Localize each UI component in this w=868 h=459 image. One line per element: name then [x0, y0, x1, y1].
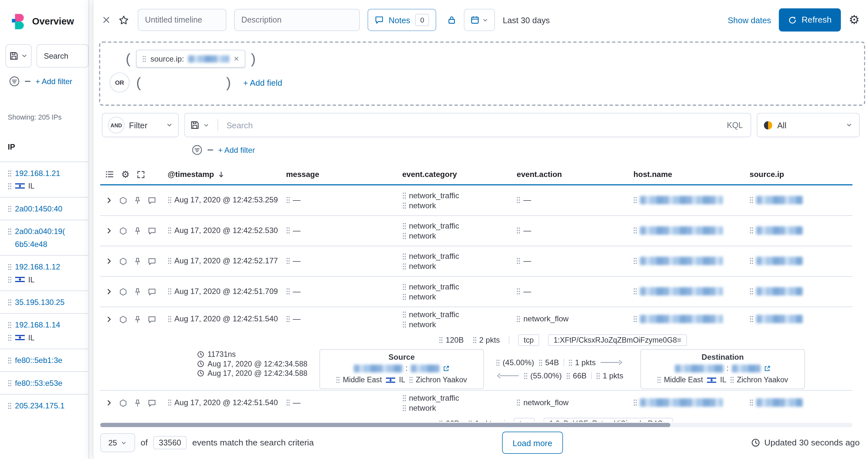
column-header-event-action[interactable]: event.action [517, 170, 633, 178]
timeline-description-input[interactable] [234, 9, 360, 31]
message-value[interactable]: — [286, 398, 301, 407]
add-filter-link[interactable]: + Add filter [35, 77, 72, 86]
notes-button[interactable]: Notes 0 [368, 9, 436, 31]
inbound-packets[interactable]: 1 pkts [596, 371, 624, 380]
city-value[interactable]: Zichron Yaakov [409, 376, 467, 384]
expand-event-icon[interactable] [105, 316, 113, 323]
message-value[interactable]: — [286, 226, 301, 235]
source-ip-value[interactable] [750, 196, 803, 204]
drag-handle-icon[interactable] [142, 55, 146, 62]
timestamp-value[interactable]: Aug 17, 2020 @ 12:42:51.709 [168, 287, 278, 296]
save-query-icon[interactable] [191, 121, 199, 129]
event-source-dropdown[interactable]: All [757, 113, 860, 137]
drag-handle-icon[interactable] [8, 334, 11, 341]
expand-event-icon[interactable] [105, 227, 113, 235]
drag-handle-icon[interactable] [8, 263, 11, 270]
host-name-value[interactable] [633, 226, 723, 234]
outbound-packets[interactable]: 1 pkts [568, 358, 596, 367]
flow-packets-value[interactable]: 2 pkts [473, 335, 500, 344]
drag-handle-icon[interactable] [8, 380, 11, 387]
refresh-button[interactable]: Refresh [779, 8, 841, 32]
query-filter-chip[interactable]: source.ip: [136, 50, 245, 68]
pin-event-icon[interactable] [133, 227, 142, 235]
column-header-event-category[interactable]: event.category [402, 170, 517, 178]
ip-link[interactable]: 192.168.1.12 [15, 262, 60, 271]
show-dates-button[interactable]: Show dates [728, 15, 771, 25]
protocol-badge[interactable]: tcp [514, 418, 535, 422]
message-value[interactable]: — [286, 195, 301, 204]
event-row[interactable]: Aug 17, 2020 @ 12:42:52.177 — network_tr… [100, 246, 852, 276]
event-action-value[interactable]: — [517, 226, 531, 235]
drag-handle-icon[interactable] [8, 228, 11, 235]
search-input[interactable]: Search [36, 44, 88, 67]
ip-link[interactable]: fe80::53:e53e [15, 379, 62, 387]
ip-column-header[interactable]: IP [0, 142, 89, 151]
outbound-bytes[interactable]: 54B [538, 358, 559, 367]
source-ip-value[interactable] [750, 226, 803, 234]
chevron-down-icon[interactable] [203, 122, 209, 128]
expand-event-icon[interactable] [105, 288, 113, 296]
date-range-value[interactable]: Last 30 days [503, 15, 550, 25]
host-name-value[interactable] [633, 315, 723, 323]
remove-filter-icon[interactable] [234, 56, 239, 61]
add-note-icon[interactable] [148, 196, 156, 205]
drag-handle-icon[interactable] [8, 276, 11, 283]
external-link-icon[interactable] [443, 365, 450, 372]
source-ip-value[interactable] [750, 287, 803, 295]
event-action-value[interactable]: — [517, 195, 531, 204]
column-header-message[interactable]: message [286, 170, 402, 178]
protocol-badge[interactable]: tcp [518, 334, 539, 346]
data-provider-operator-dropdown[interactable]: AND Filter [102, 113, 179, 137]
host-name-value[interactable] [633, 398, 723, 406]
column-header-host-name[interactable]: host.name [633, 170, 750, 178]
expand-event-icon[interactable] [105, 196, 113, 204]
flow-packets-value[interactable]: 1 pkts [468, 419, 496, 422]
event-category-value[interactable]: network [402, 201, 517, 209]
timestamp-value[interactable]: Aug 17, 2020 @ 12:42:52.177 [168, 256, 278, 265]
drag-handle-icon[interactable] [8, 183, 11, 190]
event-action-value[interactable]: network_flow [517, 315, 569, 323]
favorite-star-icon[interactable] [118, 14, 129, 25]
flow-bytes-value[interactable]: 66B [439, 419, 459, 422]
external-link-icon[interactable] [764, 365, 771, 372]
timeline-title-input[interactable] [138, 9, 226, 31]
add-note-icon[interactable] [148, 288, 156, 296]
event-category-value[interactable]: network_traffic [402, 222, 517, 230]
source-ip-value[interactable] [750, 257, 803, 265]
drag-handle-icon[interactable] [8, 402, 11, 409]
pin-event-icon[interactable] [133, 257, 142, 265]
inbound-pct[interactable]: (55.00%) [524, 371, 562, 380]
close-timeline-button[interactable] [102, 15, 111, 24]
region-value[interactable]: Middle East [336, 376, 382, 384]
timestamp-value[interactable]: Aug 17, 2020 @ 12:42:51.540 [168, 398, 278, 407]
drag-handle-icon[interactable] [8, 169, 11, 177]
outbound-pct[interactable]: (45.00%) [496, 358, 534, 367]
horizontal-scrollbar-track[interactable] [100, 423, 852, 427]
event-category-value[interactable]: network_traffic [402, 191, 517, 199]
pin-event-icon[interactable] [133, 196, 142, 205]
event-action-value[interactable]: — [517, 287, 531, 296]
pin-event-icon[interactable] [133, 288, 142, 296]
ip-link[interactable]: 35.195.130.25 [15, 298, 64, 306]
kql-search-bar[interactable]: KQL [184, 113, 751, 137]
city-value[interactable]: Zichron Yaakov [730, 376, 788, 384]
load-more-button[interactable]: Load more [502, 432, 563, 454]
add-filter-link[interactable]: + Add filter [218, 146, 255, 154]
community-id-badge[interactable]: 1:XFtP/CksxRJoZqZBmOiFzyme0G8= [548, 334, 687, 346]
source-ip-value[interactable] [750, 315, 803, 323]
add-note-icon[interactable] [148, 399, 156, 407]
event-row[interactable]: Aug 17, 2020 @ 12:42:51.540 — network_tr… [100, 307, 852, 391]
add-note-icon[interactable] [148, 227, 156, 235]
event-category-value[interactable]: network_traffic [402, 310, 517, 319]
expand-event-icon[interactable] [105, 257, 113, 265]
ip-link[interactable]: 192.168.1.14 [15, 320, 60, 329]
message-value[interactable]: — [286, 256, 301, 265]
event-row[interactable]: Aug 17, 2020 @ 12:42:53.259 — network_tr… [100, 185, 852, 216]
add-note-icon[interactable] [148, 257, 156, 265]
fullscreen-icon[interactable] [137, 170, 145, 178]
region-value[interactable]: Middle East [657, 376, 703, 384]
drag-handle-icon[interactable] [8, 298, 11, 305]
ip-link[interactable]: 2a00:a040:19( [15, 227, 65, 236]
ip-link[interactable]: 2a00:1450:40 [15, 204, 62, 213]
inbound-bytes[interactable]: 66B [566, 371, 587, 380]
